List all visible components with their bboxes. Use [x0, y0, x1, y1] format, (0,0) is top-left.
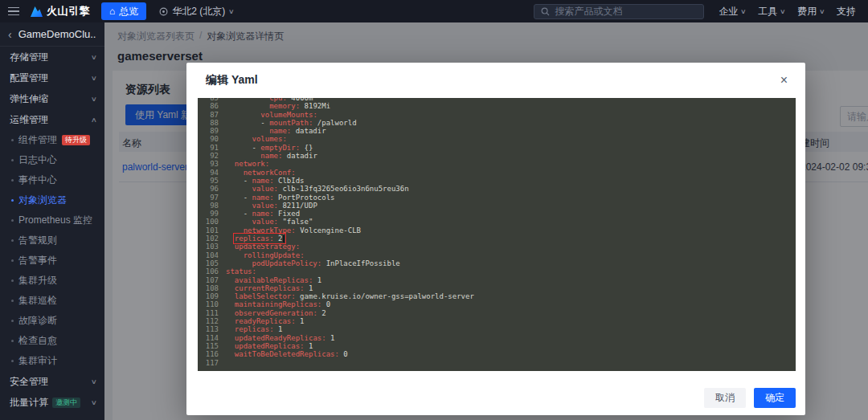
- editor-line-106[interactable]: 106status:: [198, 267, 796, 275]
- chevron-down-icon: ∨: [91, 399, 97, 406]
- confirm-button[interactable]: 确定: [754, 388, 796, 408]
- editor-line-101[interactable]: 101 networkType: Volcengine-CLB: [198, 226, 796, 234]
- close-icon[interactable]: ×: [780, 74, 788, 87]
- sidebar-item-label: 集群巡检: [18, 294, 57, 308]
- editor-line-90[interactable]: 90 volumes:: [198, 135, 796, 143]
- sidebar-group-storage[interactable]: 存储管理 ∨: [0, 47, 104, 67]
- menu-support[interactable]: 支持: [837, 5, 856, 18]
- editor-line-102[interactable]: 102 replicas: 2: [198, 234, 796, 243]
- editor-line-104[interactable]: 104 rollingUpdate:: [198, 251, 796, 259]
- sidebar-group-security[interactable]: 安全管理 ∨: [0, 371, 104, 392]
- sidebar-item-label: 故障诊断: [18, 314, 57, 328]
- line-number: 89: [198, 127, 219, 135]
- sidebar-item-11[interactable]: 集群审计: [0, 351, 104, 371]
- volcengine-logo[interactable]: 火山引擎: [31, 4, 90, 18]
- sidebar-item-5[interactable]: 告警规则: [0, 230, 104, 251]
- chevron-down-icon: ∨: [741, 8, 747, 15]
- chevron-down-icon: ∨: [91, 96, 97, 103]
- line-number: 113: [198, 325, 219, 333]
- modal-title: 编辑 Yaml: [206, 73, 258, 88]
- sidebar-item-8[interactable]: 集群巡检: [0, 291, 104, 311]
- chevron-down-icon: ∨: [91, 75, 97, 82]
- region-globe-icon: [159, 7, 168, 16]
- sidebar-item-label: 对象浏览器: [18, 194, 67, 207]
- sidebar-group-config[interactable]: 配置管理 ∨: [0, 67, 104, 88]
- editor-line-95[interactable]: 95 - name: ClbIds: [198, 177, 796, 185]
- bullet-icon: [11, 320, 14, 322]
- bullet-icon: [11, 139, 14, 141]
- menu-enterprise[interactable]: 企业 ∨: [719, 5, 746, 18]
- back-icon: ‹: [8, 29, 12, 40]
- cluster-name: GameDemoClu...: [18, 28, 96, 40]
- product-search-input[interactable]: 搜索产品或文档: [534, 4, 704, 19]
- editor-line-107[interactable]: 107 availableReplicas: 1: [198, 276, 796, 284]
- line-number: 86: [198, 102, 219, 110]
- line-number: 93: [198, 160, 219, 168]
- editor-line-94[interactable]: 94 networkConf:: [198, 169, 796, 177]
- line-number: 106: [198, 267, 219, 275]
- editor-line-88[interactable]: 88 - mountPath: /palworld: [198, 119, 796, 127]
- chevron-down-icon: ∨: [91, 54, 97, 61]
- tab-overview[interactable]: ⌂ 总览: [101, 2, 146, 20]
- yaml-editor[interactable]: 85 cpu: 4000m86 memory: 8192Mi87 volumeM…: [198, 98, 796, 371]
- sidebar-item-3-selected[interactable]: 对象浏览器: [0, 190, 104, 210]
- sidebar-group-batch[interactable]: 批量计算 邀测中 ∨: [0, 392, 104, 413]
- sidebar-item-9[interactable]: 故障诊断: [0, 311, 104, 331]
- sidebar-item-1[interactable]: 日志中心: [0, 150, 104, 170]
- menu-billing[interactable]: 费用 ∨: [797, 5, 825, 18]
- sidebar-group-autoscaling[interactable]: 弹性伸缩 ∨: [0, 88, 104, 109]
- editor-line-97[interactable]: 97 - name: PortProtocols: [198, 194, 796, 202]
- home-icon: ⌂: [109, 6, 115, 16]
- sidebar-item-2[interactable]: 事件中心: [0, 170, 104, 190]
- editor-line-93[interactable]: 93 network:: [198, 160, 796, 168]
- editor-line-100[interactable]: 100 value: "false": [198, 218, 796, 226]
- editor-line-112[interactable]: 112 readyReplicas: 1: [198, 317, 796, 325]
- line-number: 112: [198, 317, 219, 325]
- sidebar-item-6[interactable]: 告警事件: [0, 251, 104, 271]
- sidebar-item-10[interactable]: 检查自愈: [0, 331, 104, 351]
- editor-line-105[interactable]: 105 podUpdatePolicy: InPlaceIfPossible: [198, 259, 796, 267]
- editor-line-113[interactable]: 113 replicas: 1: [198, 325, 796, 333]
- region-selector[interactable]: 华北2 (北京) ∨: [159, 5, 234, 18]
- line-number: 114: [198, 334, 219, 342]
- sidebar-item-4[interactable]: Prometheus 监控: [0, 210, 104, 230]
- sidebar-group-ops[interactable]: 运维管理 ∧: [0, 109, 104, 130]
- chevron-down-icon: ∨: [780, 8, 786, 15]
- edit-yaml-modal: 编辑 Yaml × 85 cpu: 4000m86 memory: 8192Mi…: [186, 63, 805, 415]
- volcano-flame-icon: [31, 6, 43, 17]
- line-number: 88: [198, 119, 219, 127]
- sidebar-item-7[interactable]: 集群升级: [0, 271, 104, 291]
- editor-line-111[interactable]: 111 observedGeneration: 2: [198, 309, 796, 317]
- editor-line-87[interactable]: 87 volumeMounts:: [198, 111, 796, 119]
- editor-line-96[interactable]: 96 value: clb-13fq3265eo6io3n6nu5reu36n: [198, 185, 796, 193]
- menu-tools[interactable]: 工具 ∨: [758, 5, 785, 18]
- bullet-icon: [11, 300, 14, 302]
- editor-line-117[interactable]: 117: [198, 359, 796, 367]
- editor-line-114[interactable]: 114 updatedReadyReplicas: 1: [198, 334, 796, 342]
- sidebar-item-0[interactable]: 组件管理待升级: [0, 130, 104, 150]
- group-label: 配置管理: [10, 71, 48, 85]
- cancel-button[interactable]: 取消: [704, 388, 746, 408]
- editor-line-89[interactable]: 89 name: datadir: [198, 127, 796, 135]
- editor-line-110[interactable]: 110 maintainingReplicas: 0: [198, 300, 796, 308]
- highlight-box: replicas: 2: [235, 234, 285, 243]
- editor-line-98[interactable]: 98 value: 8211/UDP: [198, 202, 796, 210]
- editor-line-86[interactable]: 86 memory: 8192Mi: [198, 102, 796, 110]
- editor-line-92[interactable]: 92 name: datadir: [198, 152, 796, 160]
- editor-line-115[interactable]: 115 updatedReplicas: 1: [198, 342, 796, 350]
- line-number: 91: [198, 144, 219, 152]
- editor-line-116[interactable]: 116 waitToBeDeletedReplicas: 0: [198, 350, 796, 358]
- editor-line-109[interactable]: 109 labelSelector: game.kruise.io/owner-…: [198, 292, 796, 300]
- editor-line-103[interactable]: 103 updateStrategy:: [198, 243, 796, 251]
- chevron-down-icon: ∨: [228, 8, 235, 15]
- sidebar-item-label: Prometheus 监控: [18, 214, 92, 227]
- hamburger-menu-icon[interactable]: [8, 7, 19, 16]
- editor-line-91[interactable]: 91 - emptyDir: {}: [198, 144, 796, 152]
- menu-label: 企业: [719, 5, 738, 18]
- cluster-header[interactable]: ‹ GameDemoClu...: [0, 22, 104, 47]
- line-number: 111: [198, 309, 219, 317]
- editor-line-108[interactable]: 108 currentReplicas: 1: [198, 284, 796, 292]
- editor-line-99[interactable]: 99 - name: Fixed: [198, 210, 796, 218]
- group-label: 安全管理: [10, 375, 48, 389]
- line-number: 108: [198, 284, 219, 292]
